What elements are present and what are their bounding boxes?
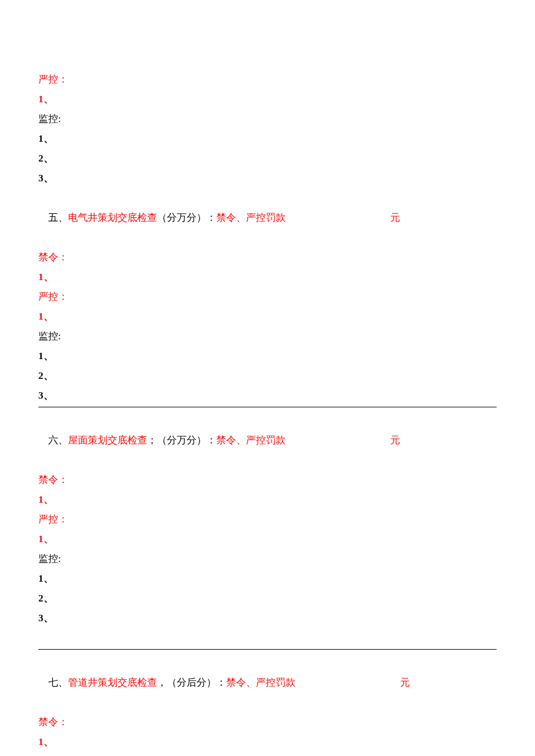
item-2: 2、	[38, 589, 497, 608]
section-7-title: 管道井策划交底检查	[68, 677, 157, 688]
section-6-sep: ；	[147, 435, 157, 446]
section-5-penalty: 禁令、严控罚款	[216, 212, 286, 223]
label-yankong: 严控：	[38, 510, 497, 529]
label-jinling: 禁令：	[38, 248, 497, 267]
label-yankong: 严控：	[38, 70, 497, 89]
section-7-score: （分后分）：	[167, 677, 226, 688]
section-7-prefix: 七、	[48, 677, 68, 688]
item-1: 1、	[38, 490, 497, 510]
section-7-heading: 七、管道井策划交底检查，（分后分）：禁令、严控罚款元	[38, 653, 497, 712]
item-1: 1、	[38, 267, 497, 287]
item-2: 2、	[38, 149, 497, 169]
label-jiankong: 监控:	[38, 109, 497, 129]
section-6-prefix: 六、	[48, 435, 68, 446]
label-jiankong: 监控:	[38, 549, 497, 569]
item-1: 1、	[38, 89, 497, 109]
divider	[38, 649, 497, 650]
section-6-penalty: 禁令、严控罚款	[216, 435, 286, 446]
item-3: 3、	[38, 386, 497, 406]
item-2: 2、	[38, 366, 497, 386]
item-1: 1、	[38, 307, 497, 327]
item-1: 1、	[38, 529, 497, 549]
section-7-sep: ，	[157, 677, 167, 688]
section-5-prefix: 五、	[48, 212, 68, 223]
label-jiankong: 监控:	[38, 327, 497, 346]
item-1: 1、	[38, 732, 497, 752]
item-1: 1、	[38, 346, 497, 366]
section-6-title: 屋面策划交底检查	[68, 435, 147, 446]
item-3: 3、	[38, 608, 497, 628]
divider	[38, 407, 497, 407]
label-yankong: 严控：	[38, 752, 497, 756]
label-jinling: 禁令：	[38, 712, 497, 732]
label-yankong: 严控：	[38, 287, 497, 307]
label-jinling: 禁令：	[38, 470, 497, 490]
section-5-yuan: 元	[390, 212, 400, 223]
item-3: 3、	[38, 169, 497, 188]
section-6-yuan: 元	[390, 435, 400, 446]
item-1: 1、	[38, 129, 497, 149]
section-7-yuan: 元	[400, 677, 410, 688]
section-5-heading: 五、电气井策划交底检查（分万分）：禁令、严控罚款元	[38, 188, 497, 248]
section-6-heading: 六、屋面策划交底检查；（分万分）：禁令、严控罚款元	[38, 411, 497, 470]
section-7-penalty: 禁令、严控罚款	[226, 677, 295, 688]
section-6-score: （分万分）：	[157, 435, 216, 446]
section-5-title: 电气井策划交底检查	[68, 212, 157, 223]
item-1: 1、	[38, 569, 497, 589]
section-5-score: （分万分）：	[157, 212, 216, 223]
